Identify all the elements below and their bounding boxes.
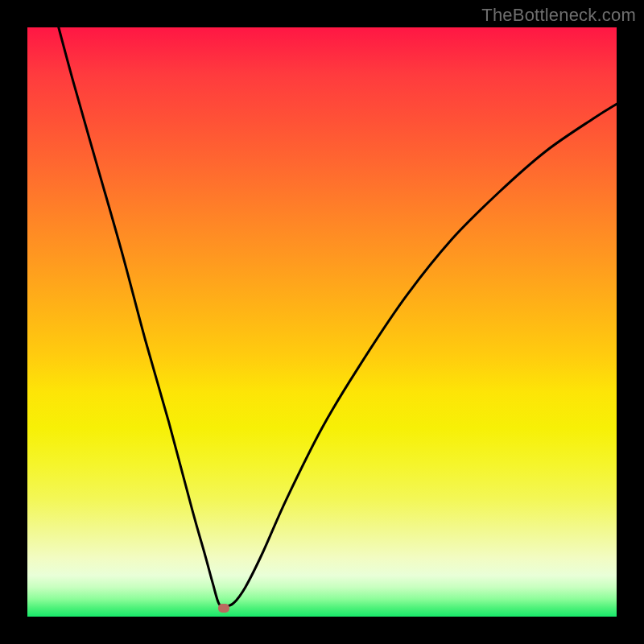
outer-frame: TheBottleneck.com <box>0 0 644 644</box>
plot-area <box>27 27 617 617</box>
curve-svg <box>27 27 617 617</box>
bottleneck-curve-path <box>59 27 617 607</box>
optimum-marker <box>218 604 229 613</box>
watermark-text: TheBottleneck.com <box>481 5 636 26</box>
